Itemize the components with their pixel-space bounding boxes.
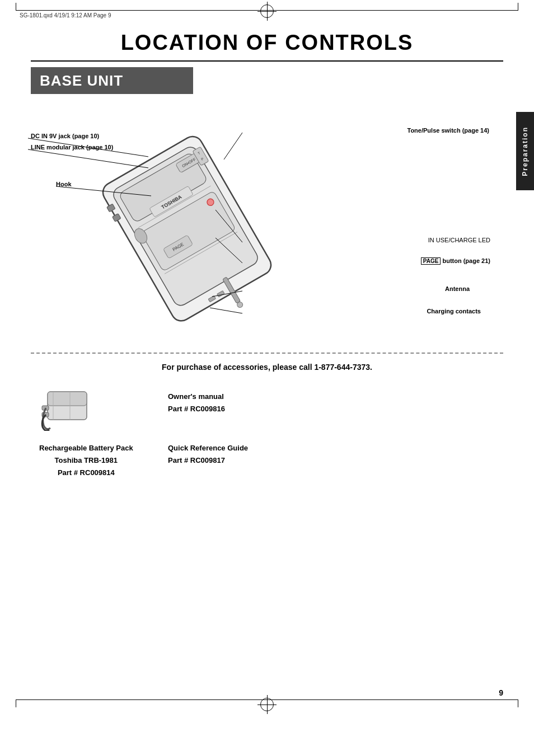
owners-manual-part: Part # RC009816 xyxy=(168,403,225,415)
tick-bl-v xyxy=(16,700,16,707)
owners-manual-title: Owner's manual xyxy=(168,391,225,403)
quick-ref-part: Part # RC009817 xyxy=(168,454,248,467)
quick-ref-section: Quick Reference Guide Part # RC009817 xyxy=(168,442,248,467)
tick-br-v xyxy=(518,700,518,707)
antenna-label: Antenna xyxy=(445,285,470,292)
in-use-led-label: IN USE/CHARGE LED xyxy=(428,237,490,243)
main-title: LOCATION OF CONTROLS xyxy=(0,31,534,55)
tone-pulse-label: Tone/Pulse switch (page 14) xyxy=(407,127,490,134)
crosshair-top xyxy=(260,4,274,18)
svg-line-29 xyxy=(212,291,242,297)
svg-line-27 xyxy=(216,210,242,242)
page-number: 9 xyxy=(499,688,503,697)
purchase-text: For purchase of accessories, please call… xyxy=(0,363,534,372)
dashed-separator xyxy=(31,353,503,354)
owners-manual-section: Owner's manual Part # RC009816 xyxy=(168,391,225,415)
svg-rect-32 xyxy=(48,392,87,406)
svg-line-24 xyxy=(28,149,148,168)
svg-line-25 xyxy=(56,186,151,196)
battery-model: Toshiba TRB-1981 xyxy=(39,454,133,467)
battery-image xyxy=(39,389,92,431)
battery-part: Part # RC009814 xyxy=(39,467,133,479)
svg-line-28 xyxy=(216,238,242,263)
dc-jack-label: DC IN 9V jack (page 10) xyxy=(31,133,99,139)
svg-line-26 xyxy=(224,133,242,159)
title-underline xyxy=(31,60,503,62)
page-wrapper: SG-1801.qxd 4/19/1 9:12 AM Page 9 LOCATI… xyxy=(0,0,534,756)
device-illustration: TOSHIBA ON•OFF PAGE xyxy=(92,98,305,333)
svg-line-30 xyxy=(210,308,242,313)
prep-tab-label: Preparation xyxy=(521,126,529,176)
diagram-area: DC IN 9V jack (page 10) LINE modular jac… xyxy=(31,98,500,339)
file-info: SG-1801.qxd 4/19/1 9:12 AM Page 9 xyxy=(20,12,111,18)
page-button-label: PAGE button (page 21) xyxy=(421,257,490,264)
charging-contacts-label: Charging contacts xyxy=(427,308,481,314)
base-unit-bar: BASE UNIT xyxy=(31,67,193,94)
battery-title: Rechargeable Battery Pack xyxy=(39,442,133,454)
battery-section: Rechargeable Battery Pack Toshiba TRB-19… xyxy=(39,442,133,479)
tick-tl-v xyxy=(16,3,16,10)
crosshair-bottom xyxy=(260,698,274,711)
tick-tr-v xyxy=(518,3,518,10)
quick-ref-title: Quick Reference Guide xyxy=(168,442,248,454)
preparation-tab: Preparation xyxy=(516,112,534,190)
title-text: LOCATION OF CONTROLS xyxy=(0,31,534,55)
base-unit-label: BASE UNIT xyxy=(40,72,123,90)
